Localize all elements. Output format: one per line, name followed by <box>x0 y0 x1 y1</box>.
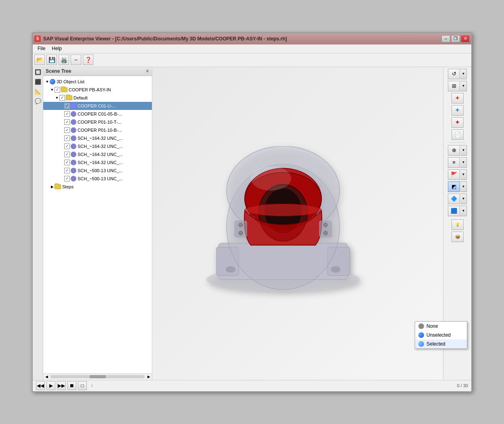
tree-item-sch-164-3[interactable]: SCH_~164-32 UNC_... <box>43 150 152 158</box>
rt-extra-1[interactable]: 💡 <box>452 219 464 230</box>
rt-blue-button[interactable]: ✦ <box>452 105 464 116</box>
restore-button[interactable]: ❐ <box>451 35 460 42</box>
tree-label-default: Default <box>74 95 88 100</box>
rt-color-button[interactable]: ✦ <box>452 93 464 103</box>
checkbox-sch-500-2[interactable] <box>64 176 70 181</box>
rt-list-button[interactable]: ≡ <box>448 157 460 168</box>
checkbox-cooper-asy[interactable] <box>55 87 60 93</box>
scroll-left[interactable]: ◀ <box>43 373 50 380</box>
tree-item-sch-500-2[interactable]: SCH_~500-13 UNC_... <box>43 175 152 183</box>
tree-item-sch-164-2[interactable]: SCH_~164-32 UNC_... <box>43 142 152 150</box>
object-icon-sch-164-1 <box>71 135 76 141</box>
rt-render-dropdown[interactable]: ▼ <box>460 194 467 204</box>
checkbox-p01-10t[interactable] <box>64 119 70 125</box>
svg-point-18 <box>323 231 328 235</box>
tree-item-sch-164-4[interactable]: SCH_~164-32 UNC_... <box>43 158 152 167</box>
window-controls: − ❐ ✕ <box>441 35 470 42</box>
scene-tree-panel: Scene Tree ✕ ▼ 3D Object List ▼ COOPER P… <box>43 67 152 380</box>
expand-default[interactable]: ▼ <box>55 95 59 100</box>
nav-icon-1[interactable]: 🔲 <box>34 68 42 77</box>
rt-view-button[interactable]: ⊕ <box>448 145 460 156</box>
tree-item-p01-10t[interactable]: COOPER P01-10-T-... <box>43 118 152 126</box>
model-svg <box>194 146 372 300</box>
rt-grid-button[interactable]: ⊞ <box>448 81 460 91</box>
checkbox-sch-164-4[interactable] <box>64 160 70 165</box>
tree-item-c01-05b[interactable]: COOPER C01-05-B-... <box>43 110 152 118</box>
svg-point-4 <box>226 266 235 272</box>
play-button[interactable]: ▶ <box>46 381 55 390</box>
rt-undo-dropdown[interactable]: ▼ <box>460 69 467 79</box>
popup-label-none: None <box>426 323 438 329</box>
checkbox-sch-164-2[interactable] <box>64 143 70 149</box>
prev-start-button[interactable]: ◀◀ <box>36 381 45 390</box>
rt-list-dropdown[interactable]: ▼ <box>460 157 467 168</box>
rt-group-1: ↺ ▼ <box>448 69 467 79</box>
rt-cube-dropdown[interactable]: ▼ <box>460 206 467 216</box>
rt-select-button[interactable]: ◩ <box>448 181 460 192</box>
rt-grid-dropdown[interactable]: ▼ <box>460 81 467 91</box>
menu-file[interactable]: File <box>34 45 48 52</box>
nav-icon-2[interactable]: ⬛ <box>34 78 42 86</box>
menu-help[interactable]: Help <box>48 45 65 52</box>
rt-render-button[interactable]: 🔷 <box>448 194 460 204</box>
next-end-button[interactable]: ▶▶ <box>57 381 66 390</box>
checkbox-c01u[interactable] <box>64 103 70 109</box>
checkbox-sch-164-3[interactable] <box>64 152 70 157</box>
expand-steps[interactable]: ▶ <box>50 184 55 189</box>
checkbox-default[interactable] <box>59 95 65 101</box>
rt-doc-button[interactable]: 📄 <box>452 129 464 140</box>
open-button[interactable]: 📂 <box>34 55 45 65</box>
close-button[interactable]: ✕ <box>461 35 470 42</box>
title-bar: S SAP Visual Enterprise Viewer - [C:/Use… <box>33 33 471 44</box>
expand-cooper-asy[interactable]: ▼ <box>50 87 55 92</box>
popup-item-unselected[interactable]: Unselected <box>415 331 467 340</box>
print-button[interactable]: 🖨️ <box>59 55 69 65</box>
rt-flag-button[interactable]: 🚩 <box>448 169 460 180</box>
scroll-track[interactable] <box>50 375 145 378</box>
scroll-thumb[interactable] <box>90 375 106 378</box>
stop-button[interactable]: ⏹ <box>67 381 76 390</box>
scroll-right[interactable]: ▶ <box>145 373 152 380</box>
minimize-button[interactable]: − <box>441 35 450 42</box>
progress-bar[interactable] <box>92 384 92 387</box>
checkbox-sch-500-1[interactable] <box>64 168 70 173</box>
checkbox-c01-05b[interactable] <box>64 111 70 117</box>
rt-select-dropdown[interactable]: ▼ <box>460 181 467 192</box>
help-button[interactable]: ❓ <box>83 55 93 65</box>
tree-item-cooper-asy[interactable]: ▼ COOPER PB-ASY-IN <box>43 86 152 94</box>
tree-item-p01-10b[interactable]: COOPER P01-10-B-... <box>43 126 152 134</box>
rt-view-dropdown[interactable]: ▼ <box>460 145 467 156</box>
rt-extra-2[interactable]: 📦 <box>452 232 464 242</box>
main-content: 🔲 ⬛ 📐 💬 Scene Tree ✕ ▼ 3D Object List <box>33 67 471 380</box>
nav-icon-3[interactable]: 📐 <box>34 87 42 96</box>
rt-red-button[interactable]: ✦ <box>452 117 464 128</box>
tree-item-default[interactable]: ▼ Default <box>43 94 152 102</box>
expand-root[interactable]: ▼ <box>45 79 50 84</box>
playback-controls: ◀◀ ▶ ▶▶ ⏹ □ <box>36 381 96 390</box>
dropdown-popup: None Unselected Selected <box>415 321 467 349</box>
tree-item-steps[interactable]: ▶ Steps <box>43 183 152 191</box>
nav-icon-4[interactable]: 💬 <box>34 97 42 106</box>
object-icon-sch-500-2 <box>71 176 76 181</box>
rt-cube-button[interactable]: 🟦 <box>448 206 460 216</box>
expand-c01u[interactable] <box>59 103 64 108</box>
tree-item-c01u[interactable]: COOPER C01-U-... <box>43 102 152 110</box>
tree-label-steps: Steps <box>62 184 74 189</box>
tree-item-root[interactable]: ▼ 3D Object List <box>43 78 152 86</box>
object-icon-sch-164-4 <box>71 160 76 165</box>
tree-content[interactable]: ▼ 3D Object List ▼ COOPER PB-ASY-IN ▼ D <box>43 76 152 373</box>
tree-item-sch-500-1[interactable]: SCH_~500-13 UNC_... <box>43 167 152 175</box>
frame-button[interactable]: □ <box>78 381 87 390</box>
rt-undo-button[interactable]: ↺ <box>448 69 460 79</box>
tree-label-sch-500-1: SCH_~500-13 UNC_... <box>78 168 123 173</box>
tree-item-sch-164-1[interactable]: SCH_~164-32 UNC_... <box>43 134 152 142</box>
save-button[interactable]: 💾 <box>46 55 57 65</box>
scene-tree-close-button[interactable]: ✕ <box>145 68 149 74</box>
globe-icon <box>50 79 55 84</box>
checkbox-sch-164-1[interactable] <box>64 135 70 141</box>
viewport[interactable] <box>152 67 443 380</box>
rt-flag-dropdown[interactable]: ▼ <box>460 169 467 180</box>
checkbox-p01-10b[interactable] <box>64 127 70 133</box>
popup-item-selected[interactable]: Selected <box>415 340 467 348</box>
popup-item-none[interactable]: None <box>415 322 467 331</box>
